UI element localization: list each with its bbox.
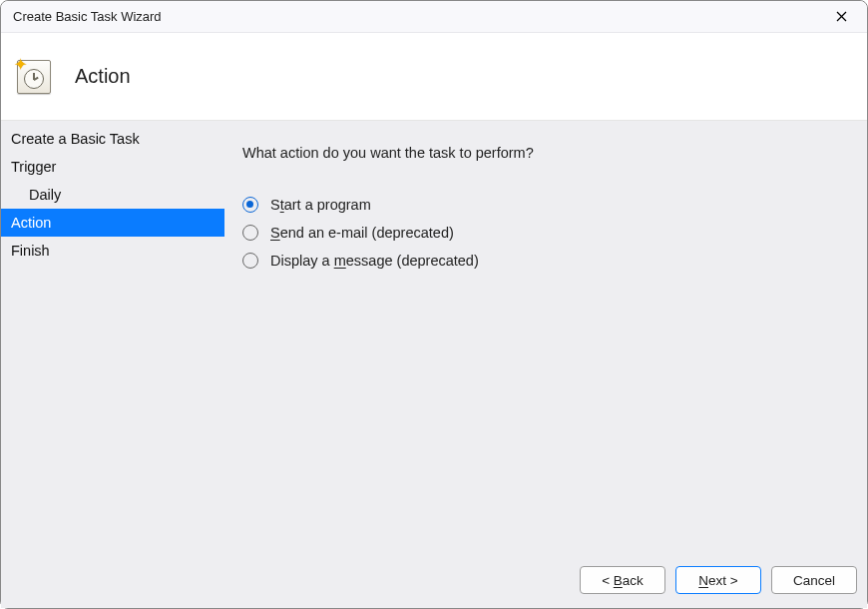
label-display-message[interactable]: Display a message (deprecated)	[270, 253, 479, 269]
titlebar: Create Basic Task Wizard	[1, 1, 867, 33]
cancel-button[interactable]: Cancel	[771, 566, 857, 594]
wizard-steps-sidebar: Create a Basic TaskTriggerDailyActionFin…	[1, 121, 224, 558]
action-option-send-email[interactable]: Send an e-mail (deprecated)	[242, 225, 839, 241]
radio-send-email[interactable]	[242, 225, 258, 241]
action-option-display-message[interactable]: Display a message (deprecated)	[242, 253, 839, 269]
sidebar-step-finish[interactable]: Finish	[1, 237, 224, 265]
wizard-window: Create Basic Task Wizard ✦ Action Create…	[0, 0, 868, 609]
close-button[interactable]	[825, 3, 857, 31]
action-prompt: What action do you want the task to perf…	[242, 145, 839, 161]
action-options-group: Start a programSend an e-mail (deprecate…	[242, 197, 839, 269]
next-button[interactable]: Next >	[675, 566, 761, 594]
radio-start-program[interactable]	[242, 197, 258, 213]
close-icon	[836, 11, 847, 22]
radio-display-message[interactable]	[242, 253, 258, 269]
action-option-start-program[interactable]: Start a program	[242, 197, 839, 213]
wizard-content: What action do you want the task to perf…	[224, 121, 867, 558]
back-button[interactable]: < Back	[580, 566, 665, 594]
window-title: Create Basic Task Wizard	[13, 9, 825, 24]
page-title: Action	[75, 65, 131, 88]
label-send-email[interactable]: Send an e-mail (deprecated)	[270, 225, 454, 241]
sidebar-step-trigger[interactable]: Trigger	[1, 153, 224, 181]
task-scheduler-icon: ✦	[17, 60, 51, 94]
label-start-program[interactable]: Start a program	[270, 197, 371, 213]
sidebar-step-action[interactable]: Action	[1, 209, 224, 237]
wizard-header: ✦ Action	[1, 33, 867, 121]
wizard-footer: < Back Next > Cancel	[1, 558, 867, 608]
sidebar-step-create-a-basic-task[interactable]: Create a Basic Task	[1, 125, 224, 153]
wizard-body: Create a Basic TaskTriggerDailyActionFin…	[1, 121, 867, 558]
sidebar-step-daily[interactable]: Daily	[1, 181, 224, 209]
